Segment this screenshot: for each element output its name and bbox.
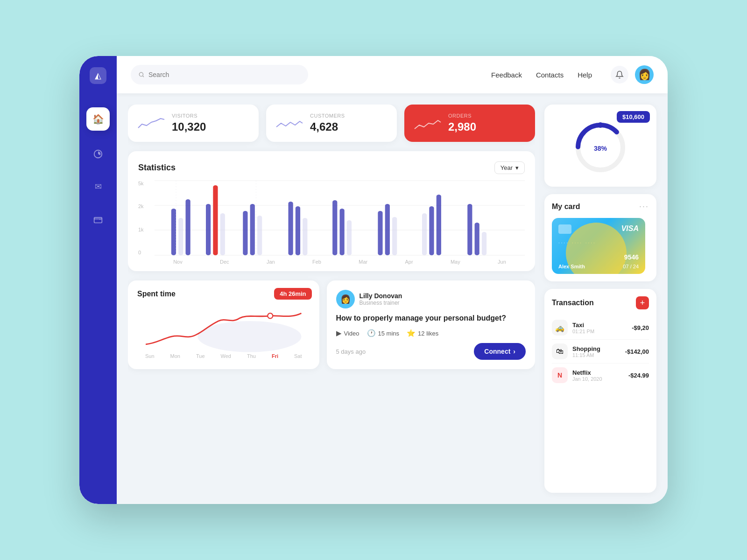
- sidebar-item-home[interactable]: 🏠: [86, 107, 110, 131]
- svg-rect-13: [250, 204, 255, 255]
- customers-chart: [275, 114, 303, 133]
- svg-rect-24: [378, 211, 382, 255]
- visa-brand: VISA: [621, 224, 639, 233]
- visitors-value: 10,320: [172, 120, 206, 133]
- bottom-row: Spent time 4h 26min: [128, 280, 535, 369]
- taxi-amount: -$9,20: [632, 324, 649, 331]
- search-input[interactable]: [148, 71, 301, 78]
- likes-label: 12 likes: [418, 330, 438, 337]
- svg-rect-22: [385, 204, 390, 255]
- my-card-section: My card ··· VISA ···· ···· ···· 9546 Ale…: [544, 194, 656, 281]
- add-transaction-button[interactable]: +: [636, 296, 649, 309]
- author-name: Lilly Donovan: [359, 292, 402, 300]
- notification-bell[interactable]: [611, 66, 628, 84]
- my-card-title: My card: [552, 203, 580, 211]
- transactions-header: Transaction +: [552, 296, 649, 309]
- spent-time-chart: [137, 303, 310, 350]
- svg-point-35: [197, 321, 301, 352]
- day-tue: Tue: [196, 353, 205, 359]
- article-card: 👩 Lilly Donovan Business trainer How to …: [327, 280, 535, 369]
- y-label-1k: 1k: [138, 227, 152, 232]
- svg-point-36: [268, 313, 273, 318]
- svg-rect-7: [171, 209, 176, 255]
- customers-value: 4,628: [310, 120, 345, 133]
- search-icon: [138, 71, 145, 78]
- x-label-nov: Nov: [173, 259, 183, 265]
- duration-label: 15 mins: [378, 330, 400, 337]
- orders-value: 2,980: [448, 120, 476, 133]
- card-expiry: 07 / 24: [623, 264, 639, 269]
- statistics-card: Statistics Year ▾ 5k 2k 1k 0: [128, 151, 535, 271]
- svg-point-2: [139, 72, 143, 76]
- x-label-jun: Jun: [498, 259, 506, 265]
- y-label-5k: 5k: [138, 181, 152, 186]
- year-select[interactable]: Year ▾: [494, 161, 525, 174]
- play-icon: ▶: [336, 329, 342, 337]
- connect-button[interactable]: Connect ›: [474, 343, 526, 360]
- x-label-jan: Jan: [267, 259, 275, 265]
- statistics-header: Statistics Year ▾: [138, 161, 525, 174]
- card-menu-button[interactable]: ···: [639, 202, 649, 211]
- main-content: Feedback Contacts Help 👩: [117, 56, 668, 504]
- customers-label: CUSTOMERS: [310, 113, 345, 119]
- percent-sign: %: [601, 145, 607, 152]
- nav-feedback[interactable]: Feedback: [491, 71, 522, 79]
- search-bar: [131, 65, 308, 84]
- svg-rect-15: [243, 211, 247, 255]
- day-thu: Thu: [247, 353, 256, 359]
- shopping-time: 11:15 AM: [572, 352, 600, 358]
- svg-rect-1: [94, 217, 102, 223]
- day-sat: Sat: [294, 353, 302, 359]
- sidebar-item-messages[interactable]: ✉: [89, 177, 107, 196]
- video-label: Video: [344, 330, 359, 337]
- svg-rect-14: [257, 216, 262, 255]
- netflix-name: Netflix: [572, 369, 602, 376]
- y-label-0: 0: [138, 250, 152, 255]
- transaction-netflix: N Netflix Jan 10, 2020 -$24.99: [552, 364, 649, 387]
- svg-rect-9: [186, 199, 190, 255]
- visitors-label: VISITORS: [172, 113, 206, 119]
- svg-rect-20: [347, 220, 352, 255]
- chart-x-labels: Nov Dec Jan Feb Mar Apr May Jun: [155, 259, 525, 265]
- day-fri: Fri: [272, 353, 278, 359]
- statistics-chart: [155, 181, 525, 255]
- statistics-chart-container: 5k 2k 1k 0: [138, 181, 525, 265]
- transaction-taxi: 🚕 Taxi 01:21 PM -$9,20: [552, 316, 649, 340]
- shopping-name: Shopping: [572, 345, 600, 352]
- my-card-header: My card ···: [552, 202, 649, 211]
- meta-likes: ⭐ 12 likes: [407, 329, 438, 337]
- chevron-down-icon: ▾: [515, 164, 519, 171]
- svg-rect-16: [296, 206, 300, 255]
- chart-y-labels: 5k 2k 1k 0: [138, 181, 152, 255]
- svg-rect-8: [178, 218, 183, 255]
- day-sun: Sun: [145, 353, 155, 359]
- day-mon: Mon: [170, 353, 180, 359]
- year-label: Year: [500, 164, 513, 171]
- card-last-digits: 9546: [624, 253, 639, 261]
- x-label-feb: Feb: [312, 259, 321, 265]
- right-panel: $10,600 38%: [544, 105, 656, 493]
- time-badge: 4h 26min: [274, 288, 311, 300]
- nav-help[interactable]: Help: [578, 71, 592, 79]
- user-avatar[interactable]: 👩: [635, 65, 654, 84]
- sidebar-item-wallet[interactable]: [89, 210, 107, 229]
- content-area: VISITORS 10,320 CUSTOMERS: [117, 93, 668, 504]
- nav-contacts[interactable]: Contacts: [536, 71, 564, 79]
- shopping-icon: 🛍: [552, 343, 568, 359]
- shopping-amount: -$142,00: [625, 348, 649, 355]
- svg-rect-19: [340, 209, 345, 255]
- header-actions: 👩: [611, 65, 654, 84]
- orders-chart: [414, 114, 442, 133]
- sidebar-item-analytics[interactable]: [89, 145, 107, 163]
- star-icon: ⭐: [407, 329, 416, 337]
- donut-chart: 38%: [572, 119, 628, 175]
- donut-percentage: 38%: [594, 141, 607, 154]
- header-nav: Feedback Contacts Help: [491, 71, 592, 79]
- stat-card-visitors: VISITORS 10,320: [128, 105, 259, 142]
- visitors-chart: [137, 114, 165, 133]
- orders-label: ORDERS: [448, 113, 476, 119]
- x-label-dec: Dec: [220, 259, 229, 265]
- stat-card-orders: ORDERS 2,980: [404, 105, 535, 142]
- left-panel: VISITORS 10,320 CUSTOMERS: [128, 105, 535, 493]
- meta-duration: 🕐 15 mins: [367, 329, 400, 337]
